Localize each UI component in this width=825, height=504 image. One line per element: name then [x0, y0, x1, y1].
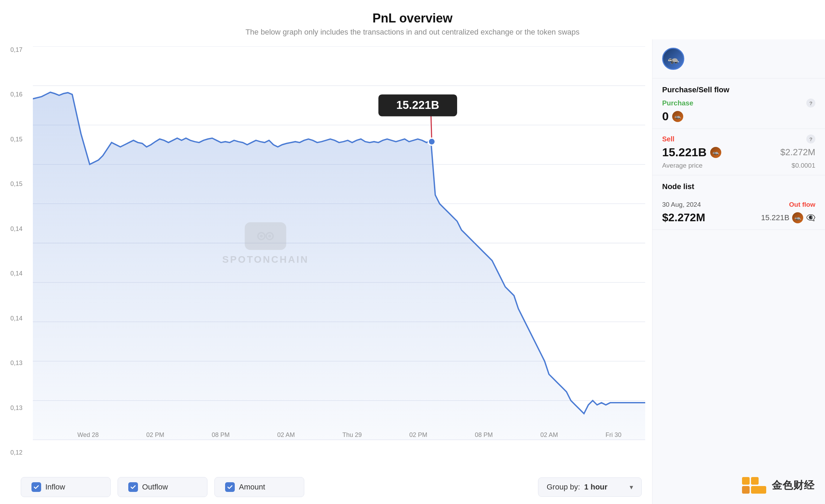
sell-value-row: 15.221B 🦡 $2.272M: [662, 146, 815, 159]
amount-label: Amount: [239, 483, 265, 492]
inflow-checkbox[interactable]: [31, 482, 41, 492]
page-title: PnL overview: [0, 11, 825, 26]
x-label-2: 02 PM: [146, 431, 164, 439]
node-list-item: 30 Aug, 2024 Out flow $2.272M 15.221B 🦡 …: [652, 195, 825, 230]
x-label-1: Wed 28: [77, 431, 99, 439]
y-axis-labels: 0,17 0,16 0,15 0,15 0,14 0,14 0,14 0,13 …: [10, 46, 22, 456]
purchase-token-icon: 🦡: [672, 111, 683, 122]
group-by-control[interactable]: Group by: 1 hour ▾: [538, 477, 642, 497]
x-axis-labels: Wed 28 02 PM 08 PM 02 AM Thu 29 02 PM 08…: [33, 429, 645, 439]
sell-amount-text: 15.221B: [662, 146, 707, 159]
token-avatar-row: 🦡: [652, 39, 825, 78]
outflow-checkbox[interactable]: [128, 482, 138, 492]
purchase-help-icon[interactable]: ?: [806, 99, 815, 108]
node-list-title: Node list: [652, 175, 825, 195]
sell-amount: 15.221B 🦡: [662, 146, 721, 159]
node-amount-text: 15.221B: [761, 213, 789, 222]
y-label-2: 0,16: [10, 91, 22, 98]
right-sidebar: 🦡 Purchase/Sell flow Purchase ? 0 🦡 Sell…: [652, 39, 825, 504]
outflow-label: Outflow: [142, 483, 168, 492]
eye-slash-icon[interactable]: 👁‍🗨: [806, 213, 815, 222]
y-label-1: 0,17: [10, 46, 22, 54]
avg-price-label: Average price: [662, 162, 703, 169]
price-chart-svg: 15.221B: [33, 46, 645, 440]
node-date: 30 Aug, 2024: [662, 201, 701, 208]
page-subtitle: The below graph only includes the transa…: [0, 28, 825, 37]
svg-point-1: [260, 235, 263, 237]
sell-token-icon: 🦡: [710, 147, 721, 158]
chart-container: SPOTONCHAIN: [33, 46, 645, 441]
x-label-5: Thu 29: [342, 431, 362, 439]
y-label-4: 0,15: [10, 180, 22, 188]
svg-point-16: [428, 138, 435, 145]
logo-text: 金色财经: [772, 478, 815, 493]
purchase-label-text: Purchase: [662, 99, 693, 107]
node-amount: 15.221B 🦡 👁‍🗨: [761, 212, 815, 223]
purchase-label: Purchase ?: [662, 99, 815, 108]
y-label-6: 0,14: [10, 270, 22, 277]
group-by-value: 1 hour: [584, 483, 608, 492]
node-date-row: 30 Aug, 2024 Out flow: [662, 201, 815, 208]
token-avatar: 🦡: [662, 48, 684, 70]
svg-text:15.221B: 15.221B: [396, 99, 439, 111]
purchase-sell-flow-title: Purchase/Sell flow: [652, 78, 825, 99]
sell-label-row: Sell ?: [662, 134, 815, 143]
legend-bar: Inflow Outflow Amount Group: [10, 470, 652, 504]
inflow-legend-item[interactable]: Inflow: [21, 477, 111, 497]
amount-legend-item[interactable]: Amount: [214, 477, 304, 497]
x-label-6: 02 PM: [409, 431, 427, 439]
purchase-value: 0 🦡: [662, 110, 815, 123]
y-label-8: 0,13: [10, 360, 22, 367]
x-label-8: 02 AM: [540, 431, 558, 439]
y-label-9: 0,13: [10, 404, 22, 412]
sell-label-text: Sell: [662, 135, 675, 143]
sell-help-icon[interactable]: ?: [806, 134, 815, 143]
watermark-text: SPOTONCHAIN: [222, 254, 309, 265]
svg-line-15: [431, 112, 432, 142]
node-usd-value: $2.272M: [662, 211, 705, 224]
sell-section: Sell ? 15.221B 🦡 $2.272M Average price $…: [652, 129, 825, 175]
node-value-row: $2.272M 15.221B 🦡 👁‍🗨: [662, 211, 815, 224]
x-label-3: 08 PM: [212, 431, 230, 439]
chart-area: 0,17 0,16 0,15 0,15 0,14 0,14 0,14 0,13 …: [0, 39, 652, 504]
x-label-7: 08 PM: [475, 431, 493, 439]
avg-price-value: $0.0001: [791, 162, 815, 169]
node-token-icon: 🦡: [792, 212, 803, 223]
y-label-10: 0,12: [10, 449, 22, 456]
x-label-9: Fri 30: [605, 431, 621, 439]
x-label-4: 02 AM: [277, 431, 295, 439]
node-outflow-label: Out flow: [789, 201, 815, 208]
amount-checkbox[interactable]: [225, 482, 235, 492]
bottom-logo: 金色财经: [742, 477, 815, 494]
logo-icon: [742, 477, 768, 494]
avg-price-row: Average price $0.0001: [662, 162, 815, 169]
page-header: PnL overview The below graph only includ…: [0, 0, 825, 39]
y-label-7: 0,14: [10, 315, 22, 322]
purchase-section: Purchase ? 0 🦡: [652, 99, 825, 129]
inflow-label: Inflow: [45, 483, 65, 492]
chevron-down-icon: ▾: [630, 483, 633, 491]
outflow-legend-item[interactable]: Outflow: [118, 477, 207, 497]
chart-wrapper: 0,17 0,16 0,15 0,15 0,14 0,14 0,14 0,13 …: [10, 46, 652, 470]
group-by-prefix: Group by:: [547, 483, 580, 492]
y-label-5: 0,14: [10, 225, 22, 233]
svg-point-3: [268, 235, 271, 237]
chart-watermark: SPOTONCHAIN: [222, 222, 309, 265]
sell-usd-value: $2.272M: [780, 147, 815, 158]
purchase-amount: 0: [662, 110, 669, 123]
y-label-3: 0,15: [10, 136, 22, 143]
